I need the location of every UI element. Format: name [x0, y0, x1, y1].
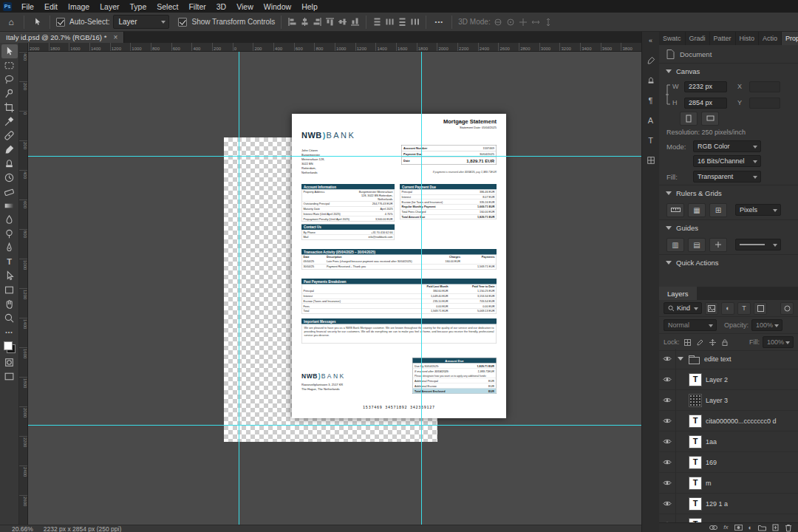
filter-pixel-layers-icon[interactable]	[705, 302, 718, 315]
canvas-width-field[interactable]: 2232 px	[684, 81, 727, 92]
tab-close-icon[interactable]: ×	[113, 34, 117, 41]
lasso-tool[interactable]	[1, 72, 18, 86]
lock-pixels-icon[interactable]	[695, 338, 705, 347]
group-expand-chevron[interactable]	[676, 357, 685, 361]
new-group-button[interactable]	[758, 525, 766, 531]
layer-name[interactable]: Layer 2	[706, 376, 728, 383]
landscape-orientation-button[interactable]	[701, 112, 719, 126]
menu-item[interactable]: File	[16, 0, 39, 13]
align-horizontal-centers-button[interactable]	[299, 16, 311, 29]
eyedropper-tool[interactable]	[1, 115, 18, 129]
layer-name[interactable]: cita000000...ccccccc0 d	[706, 417, 777, 425]
constrain-link-icon[interactable]	[665, 84, 671, 105]
link-layers-button[interactable]	[709, 525, 717, 530]
crop-tool[interactable]	[1, 100, 18, 115]
menu-item[interactable]: Filter	[183, 0, 211, 13]
home-button[interactable]: ⌂	[3, 15, 19, 30]
tab-patterns[interactable]: Patter	[710, 32, 736, 45]
menu-item[interactable]: Help	[296, 0, 323, 13]
hand-tool[interactable]	[1, 297, 18, 311]
glyphs-panel-icon[interactable]: A	[644, 114, 658, 127]
layer-visibility-toggle[interactable]	[659, 452, 676, 472]
menu-item[interactable]: Type	[124, 0, 151, 13]
tab-properties[interactable]: Properties	[782, 32, 798, 45]
distribute-bottom-edges-button[interactable]	[396, 16, 409, 29]
tab-gradients[interactable]: Gradi	[686, 32, 710, 45]
toggle-guides-button[interactable]: ▥	[666, 238, 684, 252]
horizontal-ruler[interactable]: 2000180016001400120010008006004002000200…	[28, 43, 641, 52]
new-layer-button[interactable]	[772, 524, 779, 531]
menu-item[interactable]: Layer	[95, 0, 124, 13]
filter-shape-layers-icon[interactable]	[754, 302, 767, 315]
layer-filter-kind-dropdown[interactable]: Kind	[664, 302, 702, 314]
layer-row[interactable]: T cita000000...ccccccc0 d	[659, 411, 798, 432]
filter-toggle-icon[interactable]	[780, 302, 794, 315]
history-brush-tool[interactable]	[1, 171, 18, 185]
blend-mode-dropdown[interactable]: Normal	[664, 319, 717, 331]
3d-orbit-icon[interactable]	[492, 16, 505, 29]
tab-layers[interactable]: Layers	[659, 287, 697, 300]
portrait-orientation-button[interactable]	[680, 112, 698, 126]
layer-visibility-toggle[interactable]	[659, 494, 676, 514]
blur-tool[interactable]	[1, 213, 18, 227]
tab-actions[interactable]: Actio	[759, 32, 782, 45]
guides-section-header[interactable]: Guides	[659, 219, 798, 235]
opacity-field[interactable]: 100%	[751, 319, 782, 331]
horizontal-guide[interactable]	[28, 425, 641, 426]
move-tool[interactable]	[1, 44, 18, 58]
auto-select-target-dropdown[interactable]: Layer	[113, 15, 169, 29]
lock-transparency-icon[interactable]	[683, 338, 692, 347]
bit-depth-dropdown[interactable]: 16 Bits/Channel	[693, 155, 761, 167]
type-tool[interactable]: T	[1, 255, 18, 269]
align-top-edges-button[interactable]	[324, 16, 336, 29]
layer-visibility-toggle[interactable]	[659, 369, 676, 389]
lock-all-icon[interactable]	[720, 338, 730, 347]
filter-adjustment-layers-icon[interactable]: ◐	[721, 302, 734, 315]
dodge-tool[interactable]	[1, 227, 18, 241]
ruler-units-dropdown[interactable]: Pixels	[735, 204, 781, 216]
toggle-snap-button[interactable]: ⊞	[709, 203, 727, 217]
delete-layer-button[interactable]	[785, 524, 792, 532]
layer-row[interactable]: T 129 1 a	[659, 494, 798, 514]
color-mode-dropdown[interactable]: RGB Color	[693, 140, 761, 152]
3d-scale-icon[interactable]	[542, 16, 555, 29]
tab-history[interactable]: Histo	[736, 32, 760, 45]
clone-source-panel-icon[interactable]	[644, 74, 658, 87]
move-tool-preset[interactable]	[29, 15, 45, 30]
tab-swatches[interactable]: Swatc	[659, 32, 686, 45]
clone-stamp-tool[interactable]	[1, 157, 18, 171]
add-layer-mask-button[interactable]	[734, 525, 743, 531]
character-panel-icon[interactable]: T	[644, 134, 658, 147]
edit-toolbar-button[interactable]: •••	[1, 325, 18, 339]
gradient-tool[interactable]	[1, 199, 18, 213]
layer-row[interactable]: edite text	[659, 349, 798, 369]
path-selection-tool[interactable]	[1, 269, 18, 283]
rectangle-shape-tool[interactable]	[1, 283, 18, 297]
document-page[interactable]: Mortgage Statement Statement Date: 05/04…	[292, 114, 506, 418]
layer-visibility-toggle[interactable]	[659, 473, 676, 493]
menu-item[interactable]: 3D	[211, 0, 231, 13]
align-bottom-edges-button[interactable]	[349, 16, 361, 29]
lock-guides-button[interactable]: ▤	[688, 238, 706, 252]
toggle-rulers-button[interactable]	[666, 203, 684, 217]
spot-healing-brush-tool[interactable]	[1, 129, 18, 143]
pen-tool[interactable]	[1, 241, 18, 255]
quick-actions-section-header[interactable]: Quick Actions	[659, 254, 798, 270]
adjustment-layer-button[interactable]: ◐	[748, 524, 752, 531]
brushes-panel-icon[interactable]	[644, 54, 658, 67]
rectangular-marquee-tool[interactable]	[1, 58, 18, 72]
zoom-level[interactable]: 20.66%	[12, 525, 33, 532]
align-vertical-centers-button[interactable]	[336, 16, 349, 29]
layer-name[interactable]: edite text	[704, 355, 732, 363]
distribute-vertical-centers-button[interactable]	[383, 16, 396, 29]
rulers-grids-section-header[interactable]: Rulers & Grids	[659, 185, 798, 200]
layer-visibility-toggle[interactable]	[659, 349, 676, 369]
3d-roll-icon[interactable]	[505, 16, 517, 29]
layer-row[interactable]: T 1aa	[659, 432, 798, 452]
zoom-tool[interactable]	[1, 311, 18, 325]
layer-effects-button[interactable]: fx	[723, 525, 728, 531]
show-transform-controls-checkbox[interactable]	[178, 18, 187, 27]
vertical-guide[interactable]	[239, 52, 239, 525]
libraries-panel-icon[interactable]	[644, 154, 658, 167]
auto-select-checkbox[interactable]	[56, 18, 65, 27]
